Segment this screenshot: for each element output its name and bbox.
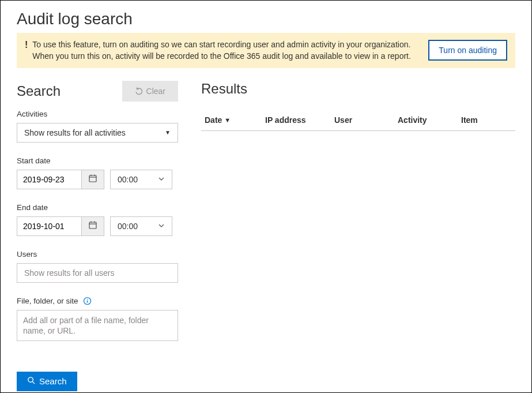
chevron-down-icon [158,222,165,231]
column-header-date[interactable]: Date ▼ [205,115,265,125]
column-header-user[interactable]: User [334,115,398,125]
svg-rect-0 [89,175,96,182]
start-date-input[interactable] [17,170,81,189]
file-label-text: File, folder, or site [17,297,78,305]
search-panel: Search Clear Activities Show results for… [17,81,178,391]
activities-label: Activities [17,110,178,118]
clear-button[interactable]: Clear [122,81,178,102]
search-button-label: Search [39,376,67,386]
caret-down-icon: ▼ [165,129,171,136]
svg-line-24 [32,381,35,384]
start-date-label: Start date [17,156,178,165]
activities-dropdown[interactable]: Show results for all activities ▼ [17,123,178,143]
alert-message: To use this feature, turn on auditing so… [32,39,424,62]
undo-icon [135,87,143,95]
calendar-icon [88,174,97,185]
clear-button-label: Clear [146,87,165,96]
end-date-label: End date [17,203,178,212]
column-header-activity[interactable]: Activity [398,115,461,125]
file-folder-site-input[interactable] [17,310,178,341]
end-date-input[interactable] [17,216,81,236]
end-date-group: End date [17,203,178,236]
activities-selected: Show results for all activities [24,128,126,137]
start-date-row: 00:00 [17,170,178,189]
users-input[interactable] [17,263,178,283]
app-frame: Audit log search ! To use this feature, … [0,0,532,393]
svg-point-22 [86,298,88,300]
info-icon[interactable] [83,297,92,305]
search-icon [27,376,36,387]
warning-icon: ! [25,40,28,50]
start-time-dropdown[interactable]: 00:00 [110,170,172,189]
users-field-group: Users [17,250,178,283]
auditing-alert: ! To use this feature, turn on auditing … [17,33,515,68]
column-header-ip[interactable]: IP address [265,115,334,125]
sort-desc-icon: ▼ [224,117,231,123]
search-header-row: Search Clear [17,81,178,102]
end-date-input-wrap [17,216,104,236]
activities-field-group: Activities Show results for all activiti… [17,110,178,143]
results-section-title: Results [201,81,515,97]
end-time-value: 00:00 [118,222,138,231]
start-date-calendar-button[interactable] [81,170,104,189]
turn-on-auditing-button[interactable]: Turn on auditing [428,40,507,61]
column-header-item[interactable]: Item [461,115,515,125]
calendar-icon [88,220,97,231]
svg-point-23 [28,377,33,381]
end-time-dropdown[interactable]: 00:00 [110,216,172,236]
users-label: Users [17,250,178,259]
results-panel: Results Date ▼ IP address User Activity … [201,81,515,391]
search-section-title: Search [17,83,61,99]
content-area: Search Clear Activities Show results for… [17,81,515,391]
results-table-header: Date ▼ IP address User Activity Item [201,110,515,131]
start-time-value: 00:00 [118,175,138,184]
chevron-down-icon [158,175,165,184]
page-title: Audit log search [17,10,515,28]
start-date-input-wrap [17,170,104,189]
search-button[interactable]: Search [17,372,77,391]
end-date-calendar-button[interactable] [81,216,104,236]
svg-rect-10 [89,222,96,229]
column-header-date-label: Date [205,115,222,125]
file-label: File, folder, or site [17,297,178,305]
file-field-group: File, folder, or site [17,297,178,343]
end-date-row: 00:00 [17,216,178,236]
start-date-group: Start date [17,156,178,189]
